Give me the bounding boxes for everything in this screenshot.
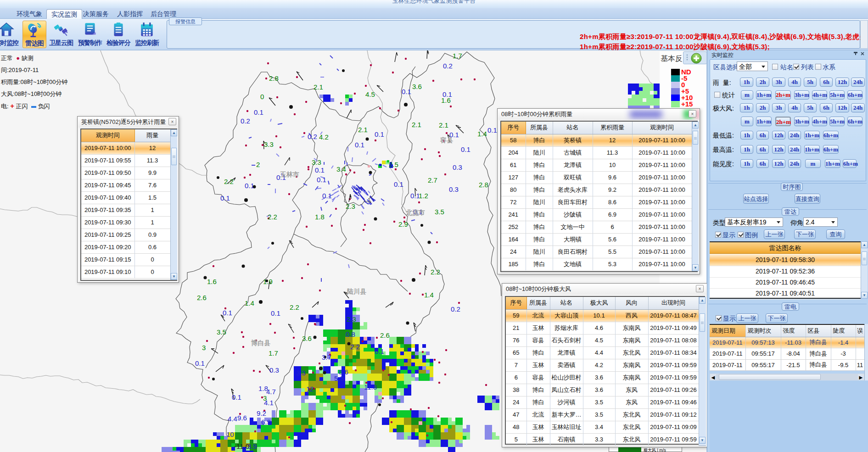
- svg-text:3.5: 3.5: [217, 328, 226, 336]
- svg-text:0.1: 0.1: [195, 359, 205, 367]
- svg-text:9.2: 9.2: [257, 409, 266, 417]
- svg-text:4.2: 4.2: [319, 133, 329, 141]
- svg-text:2.8: 2.8: [479, 181, 488, 189]
- svg-text:2.9: 2.9: [398, 220, 408, 228]
- svg-text:0.2: 0.2: [443, 62, 453, 70]
- svg-text:玉林市: 玉林市: [280, 171, 299, 178]
- svg-text:2.7: 2.7: [428, 176, 437, 184]
- svg-text:3.5: 3.5: [435, 208, 444, 216]
- svg-text:0.2: 0.2: [451, 305, 460, 313]
- svg-text:1.8: 1.8: [315, 213, 325, 221]
- svg-text:0.1: 0.1: [223, 309, 232, 317]
- svg-text:2.2: 2.2: [224, 178, 234, 185]
- svg-text:3.7: 3.7: [322, 353, 331, 361]
- svg-text:0.3: 0.3: [453, 163, 462, 171]
- svg-text:0.1: 0.1: [375, 347, 384, 355]
- svg-text:0.2: 0.2: [308, 133, 317, 140]
- svg-text:0.1: 0.1: [271, 309, 280, 317]
- svg-text:0.3: 0.3: [269, 366, 279, 374]
- svg-text:2.2: 2.2: [268, 213, 277, 221]
- svg-text:2.8: 2.8: [269, 74, 279, 82]
- svg-text:2.3: 2.3: [346, 202, 355, 210]
- svg-text:0: 0: [260, 93, 264, 100]
- svg-text:1.4: 1.4: [424, 291, 434, 299]
- svg-text:0.3: 0.3: [449, 185, 459, 193]
- svg-text:2.2: 2.2: [290, 303, 299, 311]
- svg-text:0.1: 0.1: [394, 180, 403, 188]
- svg-text:2.1: 2.1: [358, 126, 368, 134]
- svg-text:4.4: 4.4: [228, 415, 237, 423]
- svg-text:0.2: 0.2: [241, 117, 250, 125]
- svg-text:0.1: 0.1: [254, 108, 263, 116]
- svg-text:6.9: 6.9: [261, 418, 271, 426]
- svg-text:0.1: 0.1: [375, 130, 384, 138]
- svg-text:1.9: 1.9: [263, 278, 273, 285]
- svg-text:4.7: 4.7: [266, 388, 276, 396]
- svg-text:1.4: 1.4: [245, 299, 254, 307]
- svg-text:0.1: 0.1: [322, 192, 332, 200]
- svg-text:博白县: 博白县: [251, 339, 270, 346]
- svg-text:1.6: 1.6: [207, 278, 217, 285]
- svg-text:2.1: 2.1: [412, 121, 421, 128]
- svg-text:1.7: 1.7: [269, 349, 278, 357]
- svg-text:陆川县: 陆川县: [347, 288, 366, 295]
- svg-text:1.6: 1.6: [441, 96, 451, 104]
- svg-text:3.3: 3.3: [296, 369, 306, 377]
- svg-text:3: 3: [202, 344, 206, 352]
- svg-text:2.1: 2.1: [314, 83, 323, 91]
- svg-text:1.2: 1.2: [419, 192, 428, 200]
- svg-text:4.1: 4.1: [264, 399, 274, 407]
- svg-text:2.6: 2.6: [197, 294, 207, 301]
- svg-text:2.5: 2.5: [389, 161, 398, 168]
- svg-text:3.3: 3.3: [312, 158, 321, 166]
- svg-text:北流市: 北流市: [405, 209, 425, 216]
- svg-text:12: 12: [306, 385, 314, 393]
- svg-text:0.1: 0.1: [355, 141, 364, 149]
- svg-text:容县: 容县: [440, 136, 453, 144]
- svg-text:1.4: 1.4: [477, 130, 487, 138]
- svg-text:2.3: 2.3: [347, 315, 356, 323]
- svg-text:0.8: 0.8: [346, 330, 355, 338]
- svg-text:0.1: 0.1: [461, 145, 470, 153]
- svg-text:10: 10: [226, 430, 234, 438]
- svg-text:0.1: 0.1: [317, 176, 326, 184]
- svg-text:0.1: 0.1: [232, 393, 241, 401]
- svg-text:0.1: 0.1: [402, 88, 411, 95]
- svg-text:1.7: 1.7: [453, 52, 462, 60]
- svg-text:0.1: 0.1: [315, 166, 325, 174]
- svg-text:3.4: 3.4: [336, 165, 346, 173]
- svg-text:2: 2: [256, 161, 260, 168]
- svg-text:3.9: 3.9: [247, 442, 257, 450]
- svg-text:9.6: 9.6: [237, 414, 247, 422]
- svg-text:2.2: 2.2: [350, 343, 360, 351]
- svg-text:3.6: 3.6: [412, 83, 422, 90]
- svg-text:2.1: 2.1: [439, 121, 448, 129]
- svg-text:4.5: 4.5: [365, 90, 375, 98]
- svg-text:11.3: 11.3: [364, 383, 377, 391]
- svg-text:5.3: 5.3: [334, 374, 344, 382]
- svg-text:0.1: 0.1: [245, 182, 254, 190]
- svg-text:3.6: 3.6: [302, 335, 312, 342]
- svg-text:0.1: 0.1: [487, 126, 497, 134]
- svg-text:2.2: 2.2: [431, 268, 440, 276]
- svg-text:3.3: 3.3: [264, 140, 274, 148]
- svg-text:2.6: 2.6: [380, 331, 390, 339]
- svg-text:0.1: 0.1: [220, 194, 230, 202]
